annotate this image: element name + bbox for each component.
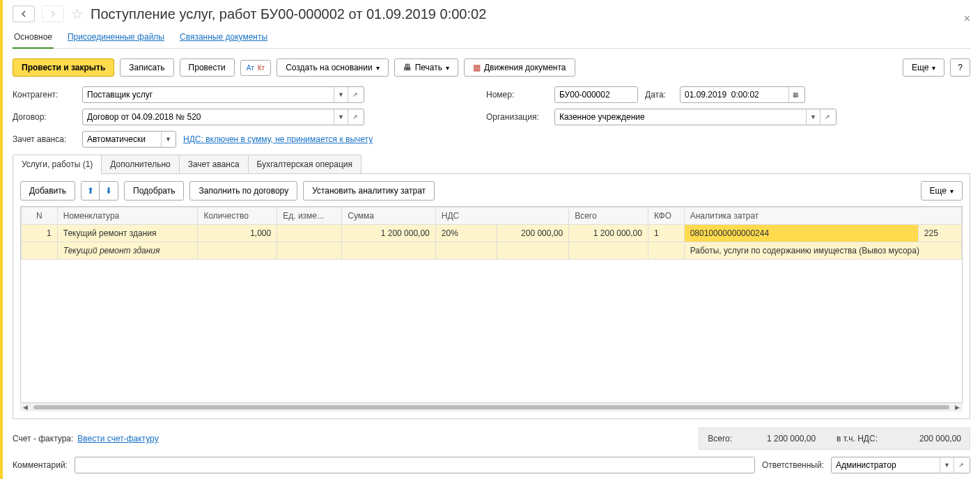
org-label: Организация: bbox=[486, 112, 547, 122]
debit-credit-button[interactable]: АтКт bbox=[240, 60, 271, 76]
tab-services[interactable]: Услуги, работы (1) bbox=[13, 155, 102, 174]
movements-button[interactable]: ▦ Движения документа bbox=[464, 58, 575, 77]
comment-label: Комментарий: bbox=[13, 460, 68, 470]
create-based-button[interactable]: Создать на основании bbox=[277, 58, 389, 77]
col-total[interactable]: Всего bbox=[569, 207, 648, 225]
col-sum[interactable]: Сумма bbox=[342, 207, 435, 225]
open-icon[interactable]: ↗ bbox=[348, 87, 361, 102]
open-icon[interactable]: ↗ bbox=[820, 109, 834, 125]
move-down-button[interactable]: ⬇ bbox=[100, 182, 118, 200]
printer-icon: 🖶 bbox=[403, 63, 412, 72]
responsible-input[interactable]: ▼ ↗ bbox=[831, 457, 970, 473]
advance-select[interactable]: ▼ bbox=[82, 131, 176, 148]
contract-input[interactable]: ▼ ↗ bbox=[82, 109, 364, 125]
dropdown-icon[interactable]: ▼ bbox=[940, 457, 954, 473]
col-kfo[interactable]: КФО bbox=[648, 207, 684, 225]
vat-settings-link[interactable]: НДС: включен в сумму, не принимается к в… bbox=[183, 134, 373, 144]
dropdown-icon[interactable]: ▼ bbox=[161, 132, 175, 147]
page-title: Поступление услуг, работ БУ00-000002 от … bbox=[91, 6, 486, 22]
dropdown-icon[interactable]: ▼ bbox=[334, 87, 348, 102]
tab-accounting[interactable]: Бухгалтерская операция bbox=[248, 155, 361, 173]
col-vat[interactable]: НДС bbox=[435, 207, 568, 225]
counterparty-label: Контрагент: bbox=[13, 90, 75, 100]
save-button[interactable]: Записать bbox=[120, 58, 173, 77]
calendar-icon[interactable]: ▦ bbox=[788, 87, 802, 102]
more-button[interactable]: Еще bbox=[903, 58, 944, 77]
total-sum: 1 200 000,00 bbox=[753, 434, 816, 443]
col-analytics[interactable]: Аналитика затрат bbox=[684, 207, 961, 225]
set-analytics-button[interactable]: Установить аналитику затрат bbox=[303, 181, 435, 201]
nav-files[interactable]: Присоединенные файлы bbox=[66, 28, 166, 48]
analytics-code-cell[interactable]: 08010000000000244 bbox=[684, 225, 918, 242]
invoice-label: Счет - фактура: bbox=[13, 434, 73, 443]
comment-input[interactable] bbox=[75, 457, 755, 473]
nav-main[interactable]: Основное bbox=[13, 28, 54, 49]
post-button[interactable]: Провести bbox=[180, 58, 235, 77]
table-row[interactable]: 1 Текущий ремонт здания 1,000 1 200 000,… bbox=[22, 225, 962, 242]
dropdown-icon[interactable]: ▼ bbox=[334, 109, 348, 125]
tab-advance[interactable]: Зачет аванса bbox=[179, 155, 249, 173]
org-input[interactable]: ▼ ↗ bbox=[554, 109, 837, 125]
date-label: Дата: bbox=[645, 90, 673, 100]
enter-invoice-link[interactable]: Ввести счет-фактуру bbox=[77, 434, 158, 443]
open-icon[interactable]: ↗ bbox=[348, 109, 361, 125]
post-and-close-button[interactable]: Провести и закрыть bbox=[13, 58, 114, 77]
favorite-star-icon[interactable]: ☆ bbox=[71, 6, 84, 22]
table-row[interactable]: Текущий ремонт здания Работы, услуги по … bbox=[22, 242, 962, 260]
contract-label: Договор: bbox=[13, 112, 75, 122]
number-label: Номер: bbox=[486, 90, 547, 100]
counterparty-input[interactable]: ▼ ↗ bbox=[82, 86, 364, 103]
open-icon[interactable]: ↗ bbox=[954, 457, 967, 473]
totals-box: Всего: 1 200 000,00 в т.ч. НДС: 200 000,… bbox=[699, 427, 970, 450]
date-input[interactable]: ▦ bbox=[680, 86, 805, 103]
nav-back-button[interactable] bbox=[13, 6, 35, 22]
pick-button[interactable]: Подобрать bbox=[124, 181, 184, 201]
nav-forward-button[interactable] bbox=[42, 6, 64, 22]
help-button[interactable]: ? bbox=[950, 58, 970, 77]
nav-related[interactable]: Связанные документы bbox=[178, 28, 269, 48]
total-vat: 200 000,00 bbox=[899, 434, 961, 443]
horizontal-scrollbar[interactable]: ◀ ▶ bbox=[20, 403, 963, 411]
dropdown-icon[interactable]: ▼ bbox=[806, 109, 820, 125]
tab-additional[interactable]: Дополнительно bbox=[101, 155, 179, 173]
col-unit[interactable]: Ед. изме... bbox=[277, 207, 342, 225]
fill-contract-button[interactable]: Заполнить по договору bbox=[189, 181, 297, 201]
number-input[interactable] bbox=[554, 86, 638, 103]
col-n[interactable]: N bbox=[22, 207, 58, 225]
print-button[interactable]: 🖶 Печать bbox=[394, 58, 458, 77]
responsible-label: Ответственный: bbox=[762, 460, 824, 470]
col-qty[interactable]: Количество bbox=[198, 207, 277, 225]
move-up-button[interactable]: ⬆ bbox=[81, 182, 100, 200]
close-icon[interactable]: × bbox=[964, 13, 970, 25]
services-table[interactable]: N Номенклатура Количество Ед. изме... Су… bbox=[21, 207, 962, 260]
table-more-button[interactable]: Еще bbox=[921, 181, 963, 201]
report-icon: ▦ bbox=[473, 63, 481, 72]
col-nomenclature[interactable]: Номенклатура bbox=[57, 207, 198, 225]
advance-label: Зачет аванса: bbox=[13, 134, 75, 144]
add-row-button[interactable]: Добавить bbox=[20, 181, 75, 201]
